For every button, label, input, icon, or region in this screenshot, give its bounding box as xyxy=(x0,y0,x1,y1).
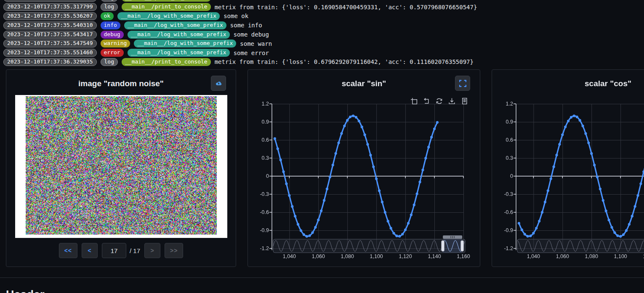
cos-chart-title: scalar "cos" xyxy=(492,79,644,88)
log-timestamp-badge: 2023-12-10T17:37:35.540310 xyxy=(3,21,97,29)
page-number-input[interactable] xyxy=(102,243,126,258)
log-row: 2023-12-10T17:37:35.547549 warning __mai… xyxy=(3,39,644,48)
log-module-badge: __main__/log_with_some_prefix xyxy=(117,12,220,20)
first-page-button[interactable]: << xyxy=(59,243,77,258)
log-level-badge: error xyxy=(101,49,124,57)
log-level-badge: log xyxy=(101,3,118,11)
cos-chart-panel: scalar "cos" xyxy=(492,69,644,267)
log-message: some info xyxy=(230,22,262,29)
last-page-button[interactable]: >> xyxy=(165,243,183,258)
noise-image-frame xyxy=(15,95,227,238)
data-view-icon[interactable] xyxy=(461,98,468,105)
zoom-select-icon[interactable] xyxy=(410,98,418,105)
log-row: 2023-12-10T17:37:35.317799 log __main__/… xyxy=(3,3,644,12)
page-total-label: / 17 xyxy=(130,247,140,254)
sin-chart-toolbar xyxy=(410,98,468,105)
log-timestamp-badge: 2023-12-10T17:37:35.547549 xyxy=(3,40,97,48)
image-download-button[interactable] xyxy=(211,76,226,91)
log-timestamp-badge: 2023-12-10T17:37:35.543417 xyxy=(3,31,97,39)
log-message: some debug xyxy=(234,31,269,38)
next-page-button[interactable]: > xyxy=(144,243,160,258)
next-section-heading: Header xyxy=(6,288,45,293)
log-row: 2023-12-10T17:37:36.329035 log __main__/… xyxy=(3,58,644,67)
log-module-badge: __main__/log_with_some_prefix xyxy=(134,40,236,48)
log-message: metrix from train: {'loss': 0.6796292079… xyxy=(215,58,474,65)
log-module-badge: __main__/log_with_some_prefix xyxy=(124,21,226,29)
cos-chart[interactable] xyxy=(492,70,644,267)
log-level-badge: log xyxy=(101,0,118,2)
image-panel: image "random noise" << < / 17 > >> xyxy=(6,69,236,267)
log-level-badge: debug xyxy=(101,31,124,39)
log-level-badge: ok xyxy=(101,12,114,20)
save-image-icon[interactable] xyxy=(448,98,455,105)
cloud-upload-icon xyxy=(215,80,222,87)
log-message: metrix from train: {'loss': 0.1690584700… xyxy=(215,4,477,11)
log-module-badge: __main__/log_with_some_prefix xyxy=(128,31,230,39)
fullscreen-icon xyxy=(459,79,467,87)
log-message: some error xyxy=(234,50,269,56)
log-level-badge: log xyxy=(101,58,118,66)
log-level-badge: warning xyxy=(101,40,130,48)
restore-icon[interactable] xyxy=(436,98,443,105)
log-module-badge: __main__/print_to_console xyxy=(122,0,211,2)
log-module-badge: __main__/print_to_console xyxy=(122,58,211,66)
log-timestamp-badge: 2023-12-10T17:37:36.329035 xyxy=(3,58,97,66)
log-timestamp-badge: 2023-12-10T17:37:35.317799 xyxy=(3,0,97,2)
section-divider xyxy=(0,277,644,278)
random-noise-image xyxy=(26,96,217,235)
log-row: 2023-12-10T17:37:35.551460 error __main_… xyxy=(3,48,644,58)
image-pagination: << < / 17 > >> xyxy=(6,243,236,258)
log-row: 2023-12-10T17:37:35.543417 debug __main_… xyxy=(3,30,644,39)
log-level-badge: info xyxy=(101,21,120,29)
log-console: 2023-12-10T17:37:35.317799 log __main__/… xyxy=(3,0,644,66)
log-timestamp-badge: 2023-12-10T17:37:35.551460 xyxy=(3,49,97,57)
log-message: some ok xyxy=(224,13,248,19)
log-module-badge: __main__/print_to_console xyxy=(122,3,211,11)
log-row: 2023-12-10T17:37:35.540310 info __main__… xyxy=(3,21,644,30)
image-panel-title: image "random noise" xyxy=(6,79,236,88)
prev-page-button[interactable]: < xyxy=(82,243,98,258)
log-timestamp-badge: 2023-12-10T17:37:35.317799 xyxy=(3,3,97,11)
sin-chart-title: scalar "sin" xyxy=(248,79,480,88)
log-timestamp-badge: 2023-12-10T17:37:35.536207 xyxy=(3,12,97,20)
log-module-badge: __main__/log_with_some_prefix xyxy=(128,49,230,57)
sin-fullscreen-button[interactable] xyxy=(455,76,470,91)
log-message: some warn xyxy=(240,40,272,47)
sin-chart-panel: scalar "sin" xyxy=(247,69,480,267)
zoom-reset-icon[interactable] xyxy=(423,98,430,105)
log-row: 2023-12-10T17:37:35.536207 ok __main__/l… xyxy=(3,12,644,21)
